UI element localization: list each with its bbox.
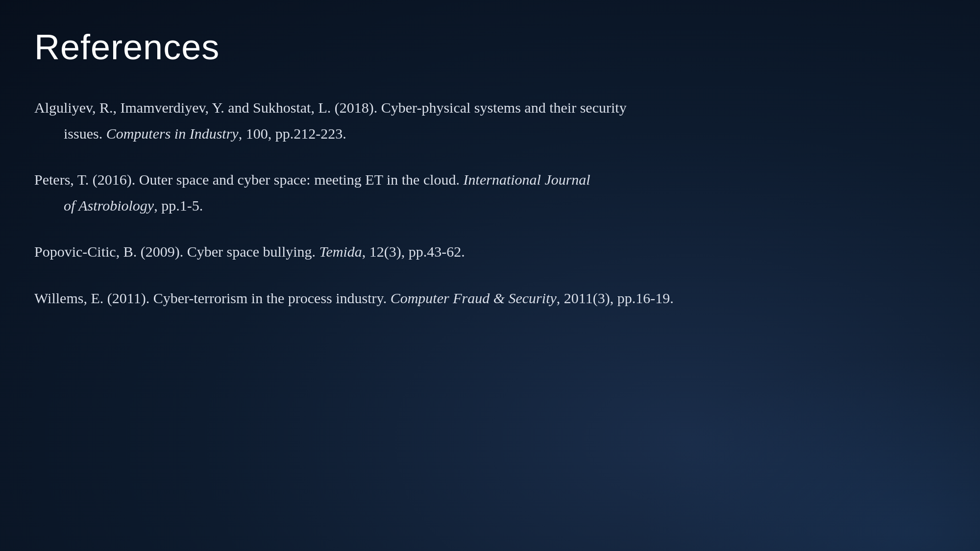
reference-peters-text: Peters, T. (2016). Outer space and cyber…: [34, 168, 946, 217]
reference-peters: Peters, T. (2016). Outer space and cyber…: [34, 168, 946, 217]
reference-willems-text: Willems, E. (2011). Cyber-terrorism in t…: [34, 287, 946, 310]
slide-container: References Alguliyev, R., Imamverdiyev, …: [0, 0, 980, 551]
reference-peters-indent: of Astrobiology, pp.1-5.: [34, 194, 946, 217]
page-title: References: [34, 27, 946, 67]
reference-popovic-text: Popovic-Citic, B. (2009). Cyber space bu…: [34, 240, 946, 264]
reference-willems: Willems, E. (2011). Cyber-terrorism in t…: [34, 287, 946, 310]
reference-alguliyev-indent: issues. Computers in Industry, 100, pp.2…: [34, 122, 946, 145]
references-list: Alguliyev, R., Imamverdiyev, Y. and Sukh…: [34, 96, 946, 333]
reference-popovic: Popovic-Citic, B. (2009). Cyber space bu…: [34, 240, 946, 264]
reference-alguliyev: Alguliyev, R., Imamverdiyev, Y. and Sukh…: [34, 96, 946, 145]
reference-alguliyev-text: Alguliyev, R., Imamverdiyev, Y. and Sukh…: [34, 96, 946, 145]
